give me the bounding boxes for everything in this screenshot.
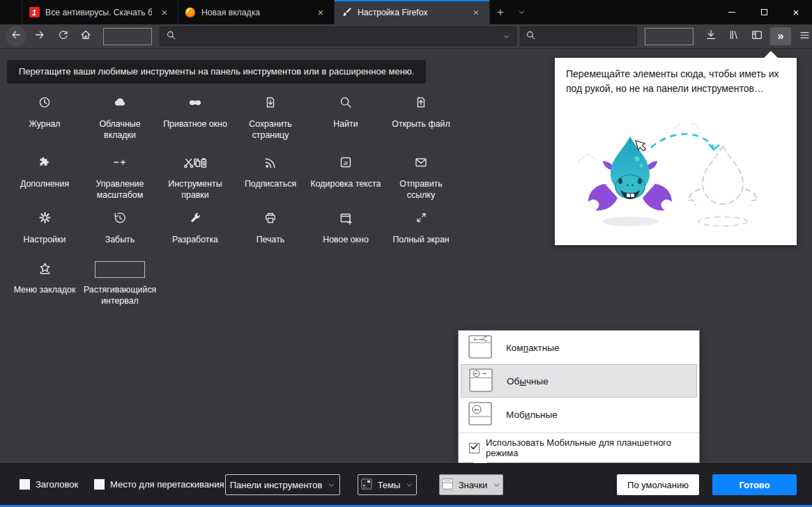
customize-hint-tooltip: Перетащите ваши любимые инструменты на п…: [7, 60, 426, 84]
home-button[interactable]: [76, 26, 95, 46]
palette-item-developer[interactable]: Разработка: [158, 208, 233, 258]
palette-item-fullscreen[interactable]: Полный экран: [383, 208, 459, 258]
all-tabs-chevron-button[interactable]: [511, 0, 532, 24]
palette-item-find[interactable]: Найти: [308, 93, 383, 153]
overflow-drop-panel[interactable]: Перемещайте элементы сюда, чтобы иметь и…: [555, 58, 797, 245]
tablet-mode-checkbox-row[interactable]: Использовать Мобильные для планшетного р…: [459, 433, 699, 462]
palette-item-addons[interactable]: Дополнения: [7, 153, 82, 208]
close-window-button[interactable]: ×: [780, 0, 812, 24]
palette-item-zoom-controls[interactable]: Управление масштабом: [82, 153, 158, 208]
search-input[interactable]: [540, 31, 631, 41]
back-icon: [10, 29, 22, 44]
firefox-window: 1Все антивирусы. Скачать бесп×Новая вкла…: [0, 0, 812, 507]
titlebar-checkbox-group[interactable]: Заголовок: [20, 479, 78, 490]
forward-button[interactable]: [30, 26, 49, 46]
palette-item-text-encoding[interactable]: æКодировка текста: [308, 153, 383, 208]
library-button[interactable]: [724, 26, 744, 46]
tab-3[interactable]: Настройка Firefox×: [334, 0, 490, 24]
titlebar: 1Все антивирусы. Скачать бесп×Новая вкла…: [0, 0, 812, 24]
address-bar[interactable]: [160, 26, 516, 46]
svg-text:←→C: ←→C: [473, 336, 487, 343]
print-icon: [263, 211, 277, 231]
search-bar[interactable]: [520, 26, 637, 46]
sidebar-button[interactable]: [747, 26, 767, 46]
palette-item-save-page[interactable]: Сохранить страницу: [233, 93, 308, 153]
address-input[interactable]: [181, 31, 498, 41]
tab-2[interactable]: Новая вкладка×: [178, 0, 334, 24]
menu-item-density-compact[interactable]: ←→CКомпактные: [459, 331, 699, 364]
themes-dropdown-button[interactable]: Темы: [358, 474, 417, 495]
downloads-button[interactable]: [701, 26, 721, 46]
hamburger-menu-icon: [799, 29, 811, 44]
chevron-down-icon[interactable]: [503, 33, 510, 40]
tab-close-button[interactable]: ×: [158, 6, 171, 20]
firefox-favicon: [185, 7, 196, 18]
palette-item-label: Найти: [333, 118, 358, 130]
toolbar-flex-space[interactable]: [645, 28, 694, 45]
menu-item-density-touch[interactable]: ←Мобильные: [459, 398, 699, 431]
chevron-down-icon: [493, 481, 500, 489]
palette-item-label: Разработка: [172, 234, 218, 245]
overflow-panel-text: Перемещайте элементы сюда, чтобы иметь и…: [555, 58, 797, 96]
maximize-icon: [761, 9, 767, 15]
tab-strip: 1Все антивирусы. Скачать бесп×Новая вкла…: [22, 0, 490, 24]
palette-item-new-window[interactable]: Новое окно: [308, 208, 383, 258]
palette-item-forget[interactable]: Забыть: [82, 208, 158, 258]
chevron-down-icon: [406, 481, 413, 489]
palette-item-label: Подписаться: [245, 178, 296, 189]
new-tab-button[interactable]: +: [490, 0, 511, 24]
chevron-down-icon: [518, 8, 526, 16]
customize-brush-favicon: [341, 7, 352, 18]
palette-item-bookmarks-menu[interactable]: Меню закладок: [7, 258, 82, 321]
zoom-controls-icon: [106, 155, 134, 175]
svg-text:←: ←: [474, 370, 478, 377]
toolbars-dropdown-button[interactable]: Панели инструментов: [225, 474, 340, 495]
email-link-icon: [414, 155, 428, 175]
settings-gear-icon: [38, 211, 52, 231]
palette-item-cloud[interactable]: Облачные вкладки: [82, 93, 158, 153]
flex-space-icon: [95, 261, 145, 281]
palette-item-flex-space[interactable]: Растягивающийся интервал: [82, 258, 158, 321]
density-mini-icon: ←→: [442, 478, 453, 492]
palette-item-open-file[interactable]: Открыть файл: [383, 93, 459, 153]
tab-1[interactable]: 1Все антивирусы. Скачать бесп×: [22, 0, 178, 24]
titlebar-checkbox[interactable]: [20, 479, 30, 490]
palette-item-private-mask[interactable]: Приватное окно: [158, 93, 233, 153]
palette-item-settings-gear[interactable]: Настройки: [7, 208, 82, 258]
reload-icon: [57, 29, 69, 44]
reload-button[interactable]: [53, 26, 72, 46]
palette-item-label: Приватное окно: [163, 118, 227, 130]
customize-footer: Заголовок Место для перетаскивания Панел…: [0, 463, 812, 507]
restore-defaults-button[interactable]: По умолчанию: [617, 474, 699, 495]
titlebar-checkbox-label: Заголовок: [36, 479, 78, 490]
palette-item-label: Новое окно: [323, 234, 369, 245]
menu-item-label: Компактные: [506, 343, 559, 353]
tablet-mode-checkbox[interactable]: [469, 443, 480, 453]
palette-item-email-link[interactable]: Отправить ссылку: [383, 153, 459, 208]
tab-close-button[interactable]: ×: [314, 6, 328, 20]
done-button[interactable]: Готово: [712, 474, 797, 495]
back-button[interactable]: [6, 26, 26, 47]
new-window-icon: [339, 211, 353, 231]
menu-item-label: Обычные: [507, 376, 549, 387]
app-menu-button[interactable]: [795, 26, 812, 46]
palette-item-label: Дополнения: [20, 178, 69, 189]
palette-item-edit-tools[interactable]: Инструменты правки: [158, 153, 233, 208]
menu-item-density-normal[interactable]: ←→Обычные: [461, 364, 697, 398]
maximize-button[interactable]: [748, 0, 780, 24]
palette-item-print[interactable]: Печать: [233, 208, 308, 258]
drag-space-checkbox[interactable]: [94, 479, 105, 490]
toolbar-flex-space[interactable]: [103, 28, 152, 45]
density-dropdown-button[interactable]: ←→ Значки: [439, 474, 503, 495]
history-icon: [38, 95, 52, 115]
svg-text:←: ←: [474, 406, 480, 413]
palette-item-history[interactable]: Журнал: [7, 93, 82, 153]
overflow-menu-button[interactable]: »: [770, 27, 791, 45]
navigation-toolbar: »: [0, 24, 812, 49]
drag-space-checkbox-group[interactable]: Место для перетаскивания: [94, 479, 224, 490]
palette-item-subscribe-rss[interactable]: Подписаться: [233, 153, 308, 208]
home-icon: [79, 29, 92, 44]
save-page-icon: [263, 95, 277, 115]
minimize-button[interactable]: [716, 0, 748, 24]
tab-close-button[interactable]: ×: [469, 6, 483, 20]
